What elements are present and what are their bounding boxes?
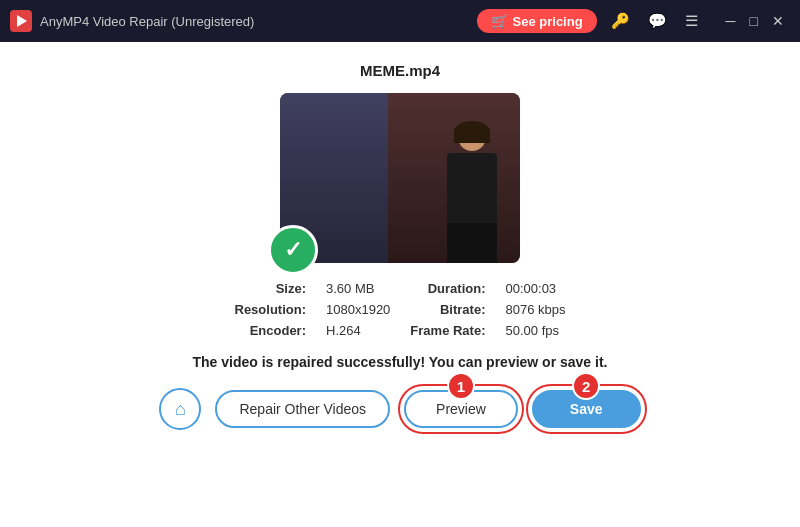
title-bar: AnyMP4 Video Repair (Unregistered) 🛒 See… <box>0 0 800 42</box>
bitrate-label: Bitrate: <box>410 302 485 317</box>
badge-1: 1 <box>447 372 475 400</box>
person-hair <box>454 121 490 143</box>
person-head <box>458 123 486 151</box>
check-overlay: ✓ <box>268 225 318 275</box>
chat-icon[interactable]: 💬 <box>644 10 671 32</box>
save-button-wrapper: Save 2 <box>532 390 641 428</box>
home-button[interactable]: ⌂ <box>159 388 201 430</box>
person-legs <box>447 223 497 263</box>
badge-2: 2 <box>572 372 600 400</box>
cart-icon: 🛒 <box>491 13 508 29</box>
duration-value: 00:00:03 <box>505 281 565 296</box>
video-info: Size: 3.60 MB Duration: 00:00:03 Resolut… <box>235 281 566 338</box>
person-body <box>447 153 497 223</box>
video-split-right <box>388 93 520 263</box>
bitrate-value: 8076 kbps <box>505 302 565 317</box>
pricing-button[interactable]: 🛒 See pricing <box>477 9 597 33</box>
framerate-label: Frame Rate: <box>410 323 485 338</box>
encoder-label: Encoder: <box>235 323 307 338</box>
app-logo <box>10 10 32 32</box>
action-inner: ⌂ Repair Other Videos Preview 1 Save 2 <box>159 388 640 430</box>
video-preview-container: ✓ <box>280 93 520 263</box>
main-content: MEME.mp4 ✓ Size: 3.60 MB Duration: 0 <box>0 42 800 527</box>
video-filename: MEME.mp4 <box>360 62 440 79</box>
size-value: 3.60 MB <box>326 281 390 296</box>
home-icon: ⌂ <box>175 399 186 420</box>
app-title: AnyMP4 Video Repair (Unregistered) <box>40 14 477 29</box>
close-button[interactable]: ✕ <box>766 14 790 28</box>
person-figure <box>437 123 507 263</box>
resolution-value: 1080x1920 <box>326 302 390 317</box>
video-preview <box>280 93 520 263</box>
menu-icon[interactable]: ☰ <box>681 10 702 32</box>
key-icon[interactable]: 🔑 <box>607 10 634 32</box>
title-bar-actions: 🔑 💬 ☰ ─ □ ✕ <box>607 10 790 32</box>
framerate-value: 50.00 fps <box>505 323 565 338</box>
duration-label: Duration: <box>410 281 485 296</box>
minimize-button[interactable]: ─ <box>720 14 742 28</box>
pricing-label: See pricing <box>513 14 583 29</box>
encoder-value: H.264 <box>326 323 390 338</box>
success-message: The video is repaired successfully! You … <box>193 354 608 370</box>
window-controls: ─ □ ✕ <box>720 14 790 28</box>
checkmark-icon: ✓ <box>284 239 302 261</box>
repair-other-button[interactable]: Repair Other Videos <box>215 390 390 428</box>
size-label: Size: <box>235 281 307 296</box>
action-area: ⌂ Repair Other Videos Preview 1 Save 2 <box>20 388 780 430</box>
preview-button-wrapper: Preview 1 <box>404 390 518 428</box>
maximize-button[interactable]: □ <box>744 14 764 28</box>
resolution-label: Resolution: <box>235 302 307 317</box>
